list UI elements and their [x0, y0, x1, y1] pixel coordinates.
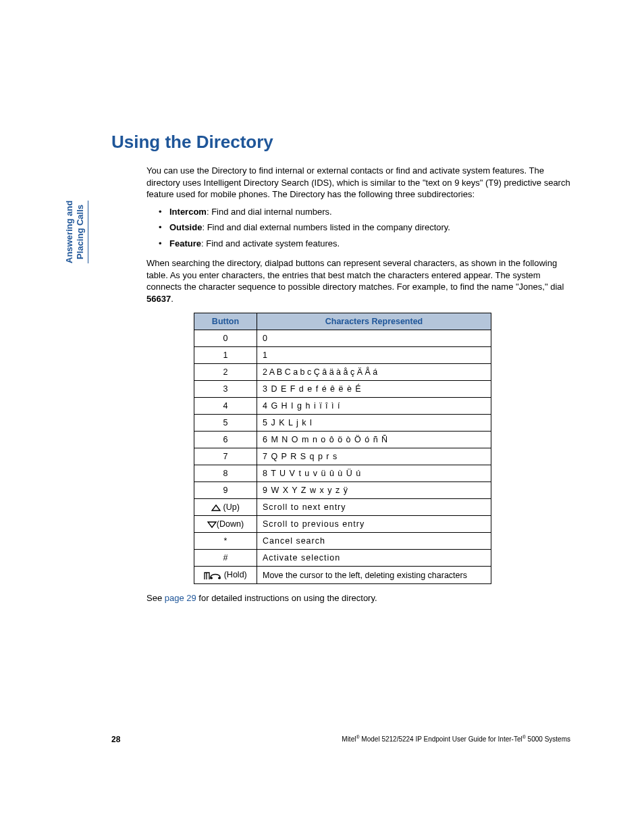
chars-cell: 6 M N O m n o ô ö ò Ö ó ñ Ñ: [257, 432, 491, 448]
see-after: for detailed instructions on using the d…: [196, 593, 377, 603]
button-cell: (Down): [194, 516, 257, 533]
chars-cell: Activate selection: [257, 550, 491, 567]
button-cell: *: [194, 533, 257, 550]
table-row: 44 G H I g h i ï î ì í: [194, 398, 491, 415]
page-footer: 28 Mitel® Model 5212/5224 IP Endpoint Us…: [111, 735, 570, 744]
button-cell: 9: [194, 482, 257, 499]
chars-cell: 7 Q P R S q p r s: [257, 448, 491, 465]
button-cell: 1: [194, 347, 257, 364]
list-desc: : Find and dial external numbers listed …: [202, 222, 450, 232]
chars-cell: 8 T U V t u v ü û ù Ü ú: [257, 465, 491, 482]
footer-text: Mitel® Model 5212/5224 IP Endpoint User …: [342, 735, 570, 743]
table-row: 22 A B C a b c Ç â ä à å ç Ä Å á: [194, 364, 491, 381]
button-cell: 6: [194, 432, 257, 448]
svg-marker-0: [212, 505, 220, 511]
chars-cell: Cancel search: [257, 533, 491, 550]
list-term: Outside: [169, 222, 202, 232]
table-row: (Down)Scroll to previous entry: [194, 516, 491, 533]
chars-cell: 3 D E F d e f é ê ë è É: [257, 381, 491, 398]
chars-cell: Move the cursor to the left, deleting ex…: [257, 567, 491, 584]
table-row: (Up)Scroll to next entry: [194, 499, 491, 516]
character-table: Button Characters Represented 001122 A B…: [194, 313, 491, 584]
table-row: 00: [194, 330, 491, 347]
search-paragraph: When searching the directory, dialpad bu…: [146, 257, 570, 305]
table-row: 88 T U V t u v ü û ù Ü ú: [194, 465, 491, 482]
list-desc: : Find and dial internal numbers.: [207, 207, 332, 217]
table-row: 55 J K L j k l: [194, 415, 491, 432]
button-cell: 3: [194, 381, 257, 398]
up-arrow-icon: [211, 504, 221, 511]
page-link[interactable]: page 29: [165, 593, 196, 603]
section-tab-line2: Placing Calls: [75, 201, 86, 263]
list-item: Outside: Find and dial external numbers …: [146, 221, 570, 234]
section-tab: Answering and Placing Calls: [64, 201, 88, 263]
table-row: 33 D E F d e f é ê ë è É: [194, 381, 491, 398]
down-arrow-icon: [207, 521, 217, 528]
chars-cell: 0: [257, 330, 491, 347]
table-row: 66 M N O m n o ô ö ò Ö ó ñ Ñ: [194, 432, 491, 448]
header-chars: Characters Represented: [257, 313, 491, 330]
list-item: Feature: Find and activate system featur…: [146, 238, 570, 250]
dial-example: 56637: [146, 294, 171, 304]
subdirectory-list: Intercom: Find and dial internal numbers…: [146, 206, 570, 250]
intro-paragraph: You can use the Directory to find intern…: [146, 165, 570, 201]
svg-marker-1: [208, 522, 216, 527]
table-row: #Activate selection: [194, 550, 491, 567]
see-paragraph: See page 29 for detailed instructions on…: [146, 592, 570, 604]
button-cell: 4: [194, 398, 257, 415]
section-tab-line1: Answering and: [64, 201, 75, 263]
button-cell: 2: [194, 364, 257, 381]
page-number: 28: [111, 735, 120, 744]
chars-cell: Scroll to previous entry: [257, 516, 491, 533]
list-term: Feature: [169, 238, 201, 249]
table-row: (Hold)Move the cursor to the left, delet…: [194, 567, 491, 584]
page-content: Using the Directory You can use the Dire…: [111, 132, 570, 610]
para-text: When searching the directory, dialpad bu…: [146, 258, 564, 292]
chars-cell: 1: [257, 347, 491, 364]
table-body: 001122 A B C a b c Ç â ä à å ç Ä Å á33 D…: [194, 330, 491, 584]
button-cell: 8: [194, 465, 257, 482]
table-row: 77 Q P R S q p r s: [194, 448, 491, 465]
table-row: 99 W X Y Z w x y z ÿ: [194, 482, 491, 499]
see-before: See: [146, 593, 165, 603]
button-cell: 7: [194, 448, 257, 465]
chars-cell: Scroll to next entry: [257, 499, 491, 516]
chars-cell: 5 J K L j k l: [257, 415, 491, 432]
button-cell: #: [194, 550, 257, 567]
chars-cell: 9 W X Y Z w x y z ÿ: [257, 482, 491, 499]
button-cell: 5: [194, 415, 257, 432]
button-cell: (Up): [194, 499, 257, 516]
header-button: Button: [194, 313, 257, 330]
chars-cell: 4 G H I g h i ï î ì í: [257, 398, 491, 415]
table-row: *Cancel search: [194, 533, 491, 550]
body-block: You can use the Directory to find intern…: [146, 165, 570, 604]
chars-cell: 2 A B C a b c Ç â ä à å ç Ä Å á: [257, 364, 491, 381]
button-cell: 0: [194, 330, 257, 347]
page-heading: Using the Directory: [111, 132, 570, 153]
hold-icon: [204, 571, 221, 580]
button-cell: (Hold): [194, 567, 257, 584]
list-term: Intercom: [169, 207, 207, 217]
list-item: Intercom: Find and dial internal numbers…: [146, 206, 570, 218]
table-header-row: Button Characters Represented: [194, 313, 491, 330]
para-text-end: .: [171, 294, 173, 304]
list-desc: : Find and activate system features.: [201, 238, 340, 249]
table-row: 11: [194, 347, 491, 364]
